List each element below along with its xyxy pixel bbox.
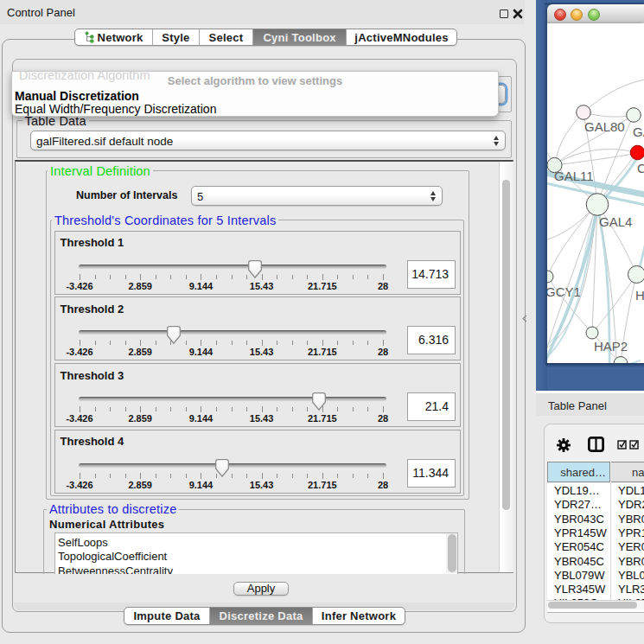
svg-text:CR: CR	[637, 161, 644, 175]
svg-text:GAL80: GAL80	[584, 119, 625, 134]
svg-text:GAL4: GAL4	[599, 214, 632, 229]
svg-text:HIS: HIS	[635, 288, 644, 303]
svg-text:GAL11: GAL11	[554, 169, 594, 183]
svg-text:GA: GA	[633, 124, 644, 139]
svg-text:HAP2: HAP2	[594, 339, 628, 354]
svg-text:GCY1: GCY1	[547, 284, 581, 299]
